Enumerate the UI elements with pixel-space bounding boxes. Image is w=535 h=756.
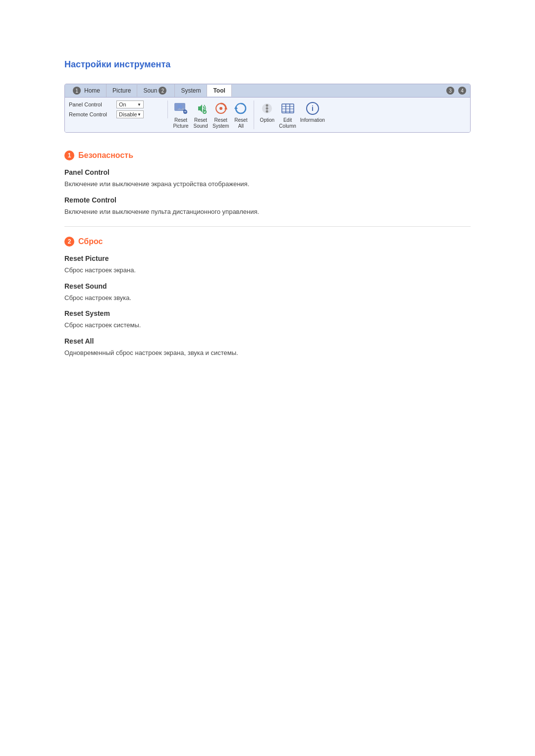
reset-system-icon [213, 101, 229, 116]
reset-system-label: ResetSystem [213, 117, 229, 129]
option-label: Option [260, 117, 274, 123]
edit-column-button[interactable]: EditColumn [279, 101, 296, 129]
section-divider [64, 226, 471, 227]
reset-all-icon [233, 101, 249, 116]
reset-sound-button[interactable]: ResetSound [193, 101, 209, 129]
edit-column-icon [280, 101, 296, 116]
toolbar-section-right: Option EditColumn [259, 101, 325, 129]
remote-control-row: Remote Control Disable ▼ [69, 110, 162, 118]
reset-picture-button[interactable]: ResetPicture [173, 101, 189, 129]
tab-sound[interactable]: Soun 2 [137, 84, 175, 97]
reset-picture-icon [173, 101, 189, 116]
section1-title: Безопасность [78, 151, 133, 160]
page-title: Настройки инструмента [64, 59, 471, 70]
tab-tool[interactable]: Tool [207, 85, 231, 97]
remote-control-arrow: ▼ [137, 112, 141, 117]
information-label: Information [300, 117, 325, 123]
panel-control-arrow: ▼ [137, 102, 141, 107]
badge-1: 1 [73, 87, 81, 95]
reset-all-desc: Одновременный сброс настроек экрана, зву… [64, 348, 471, 358]
svg-point-4 [203, 110, 206, 113]
reset-system-desc: Сброс настроек системы. [64, 320, 471, 330]
information-icon: i [305, 101, 321, 116]
remote-control-label: Remote Control [69, 111, 113, 117]
toolbar-section-reset: ResetPicture ResetSound [173, 101, 254, 129]
information-button[interactable]: i Information [300, 101, 325, 123]
section2-badge: 2 [64, 237, 74, 247]
toolbar-body: Panel Control On ▼ Remote Control Disabl… [65, 98, 470, 132]
section1-badge: 1 [64, 151, 74, 160]
remote-control-desc: Включение или выключение пульта дистанци… [64, 207, 471, 217]
svg-point-13 [266, 110, 268, 113]
panel-control-desc: Включение или выключение экрана устройст… [64, 179, 471, 189]
panel-control-title: Panel Control [64, 168, 471, 176]
panel-control-row: Panel Control On ▼ [69, 101, 162, 108]
toolbar-tabs: 1 Home Picture Soun 2 System Tool 3 4 [65, 84, 470, 98]
panel-control-select[interactable]: On ▼ [116, 101, 144, 108]
reset-picture-desc: Сброс настроек экрана. [64, 265, 471, 275]
reset-picture-label: ResetPicture [173, 117, 188, 129]
section2-title: Сброс [78, 237, 103, 246]
reset-sound-icon [193, 101, 209, 116]
reset-system-title: Reset System [64, 309, 471, 317]
remote-control-title: Remote Control [64, 196, 471, 204]
edit-column-label: EditColumn [279, 117, 296, 129]
section1-header: 1 Безопасность [64, 151, 471, 160]
badge-4: 4 [458, 87, 466, 95]
svg-point-12 [266, 107, 268, 110]
tab-home[interactable]: 1 Home [67, 84, 107, 97]
toolbar-mockup: 1 Home Picture Soun 2 System Tool 3 4 Pa… [64, 84, 471, 133]
svg-text:i: i [312, 104, 314, 112]
tab-picture[interactable]: Picture [107, 85, 137, 97]
option-icon [259, 101, 275, 116]
reset-system-button[interactable]: ResetSystem [213, 101, 229, 129]
panel-control-label: Panel Control [69, 101, 113, 107]
badge-2: 2 [159, 87, 166, 95]
reset-sound-desc: Сброс настроек звука. [64, 293, 471, 303]
reset-picture-title: Reset Picture [64, 254, 471, 262]
svg-marker-9 [234, 106, 238, 109]
option-button[interactable]: Option [259, 101, 275, 123]
toolbar-section-security: Panel Control On ▼ Remote Control Disabl… [69, 101, 168, 118]
reset-all-label: ResetAll [234, 117, 247, 129]
reset-all-button[interactable]: ResetAll [233, 101, 249, 129]
reset-sound-label: ResetSound [194, 117, 208, 129]
reset-all-title: Reset All [64, 337, 471, 345]
tab-system[interactable]: System [175, 85, 207, 97]
svg-point-7 [219, 107, 222, 110]
section2-header: 2 Сброс [64, 237, 471, 247]
reset-sound-title: Reset Sound [64, 282, 471, 290]
badge-3: 3 [446, 87, 454, 95]
svg-point-11 [266, 104, 268, 107]
remote-control-select[interactable]: Disable ▼ [116, 110, 144, 118]
